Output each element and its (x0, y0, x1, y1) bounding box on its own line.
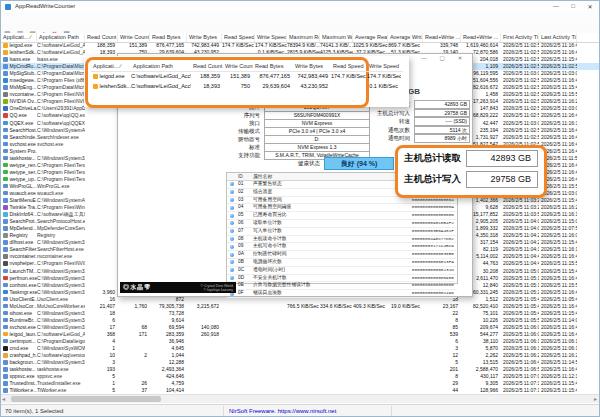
rb-cell: 29,639,604 (253, 81, 293, 91)
smart-attribute-row[interactable]: 04可用备用空间阈值000000000000000A (227, 204, 457, 212)
maxr-cell (287, 373, 320, 380)
app-icon (3, 226, 8, 231)
minimize-button[interactable]: — (549, 3, 563, 9)
smart-attribute-row[interactable]: 08主机读命令计数00000004A8C77D82 (227, 236, 457, 244)
first-cell: 2026/2/5 11:04:31 (501, 246, 539, 253)
table-row[interactable]: svchost.exeC:\Windows\System32\svch...17… (1, 324, 600, 331)
smart-attribute-row[interactable]: 07写入单位计数000000003B8A451F (227, 228, 457, 236)
scroll-right-icon[interactable]: ▸ (594, 395, 597, 403)
column-header-13[interactable]: Read+Write ... (461, 33, 501, 42)
maxw-cell (320, 317, 353, 324)
nirsoft-link[interactable]: NirSoft Freeware. https://www.nirsoft.ne… (229, 408, 336, 414)
column-header-3[interactable]: Write Count (118, 33, 150, 42)
cdi-close-button[interactable]: ✕ (454, 55, 466, 61)
app-icon (3, 177, 8, 182)
smart-raw-cell: 00000000000013FA (403, 259, 457, 266)
column-header-15[interactable]: Last Activity Time (539, 33, 577, 42)
rc-cell (85, 190, 118, 197)
first-cell: 2026/2/5 11:02:55 (501, 98, 539, 105)
table-row[interactable]: RuntimeBr...C:\Windows\System32\Run...69… (1, 317, 600, 324)
snip-column-header-0: Applicati... ∕ (91, 62, 131, 71)
rwb-cell: 2,588,470 (461, 366, 501, 373)
avgr-cell (353, 324, 388, 331)
app-path-cell: C:\Program Files\NVIDIA C... (37, 91, 85, 98)
app-path-cell: C:\Program Files\Windows... (37, 204, 85, 211)
smart-attribute-row[interactable]: 06读取单位计数0000000095C8B4F2 (227, 220, 457, 228)
scroll-left-icon[interactable]: ◂ (2, 395, 5, 403)
first-cell: 2026/2/5 11:04:01 (501, 218, 539, 225)
column-header-7[interactable]: Write Speed (255, 33, 287, 42)
column-header-12[interactable]: Read+Write ... (423, 33, 461, 42)
app-name-cell: backgroun... (1, 359, 37, 366)
rc-cell: 368 (85, 331, 118, 338)
table-row[interactable]: crashpad_h...C:\software\qq\versions\9..… (1, 352, 600, 359)
smart-attribute-row[interactable]: 0C通电时间(小时)000000000000231D (227, 267, 457, 275)
rwb-cell: 209,674 (461, 324, 501, 331)
table-row[interactable]: leigod.exeC:\software\LeiGod_Acc\lei...1… (1, 42, 600, 49)
wc-cell (118, 373, 150, 380)
last-cell: 2026/2/5 11:03:02 (539, 105, 577, 112)
avgr-cell (353, 338, 388, 345)
status-item-count: 70 item(s), 1 Selected (5, 408, 63, 414)
smart-name-cell: 写入单位计数 (253, 228, 403, 235)
table-row[interactable]: leigod_laun...C:\software\LeiGod_Acc\lei… (1, 331, 600, 338)
column-header-1[interactable]: Application Path (37, 33, 85, 42)
rb-cell: 876,477,165 (253, 71, 293, 81)
snip-overlay-window[interactable]: Applicati... ∕Application PathRead Count… (84, 56, 409, 107)
first-cell: 2026/2/5 11:06:40 (501, 359, 539, 366)
column-header-6[interactable]: Read Speed (222, 33, 255, 42)
app-name: leigod.exe (10, 42, 33, 48)
smart-attribute-row[interactable]: 0F错误日志项数0000000000001496 (227, 290, 457, 298)
smart-attribute-row[interactable]: 05已用寿命百分比0000000000000006 (227, 212, 457, 220)
table-row[interactable]: MoUsoCor...MoUsoCoreWorker.exe21,4071,76… (1, 303, 600, 310)
ws-cell (255, 310, 287, 317)
last-cell: 2026/2/5 11:14:03 (539, 317, 577, 324)
close-button[interactable]: ✕ (583, 3, 597, 10)
smart-attribute-row[interactable]: 0E介质与数据完整性错误计数0000000000000000 (227, 282, 457, 290)
app-name: NVIDIA Ov... (10, 98, 38, 104)
app-path-cell: C:\Windows\System32\task... (37, 155, 85, 162)
maxw-cell (320, 310, 353, 317)
rs-cell (222, 366, 255, 373)
rc-cell (85, 120, 118, 127)
smart-attribute-row[interactable]: 0D不安全关机计数0000000000000988 (227, 275, 457, 283)
column-header-5[interactable]: Write Bytes (187, 33, 222, 42)
rwb-cell: 10,226 (461, 317, 501, 324)
horizontal-scrollbar[interactable]: ◂ ▸ (1, 394, 600, 403)
table-row[interactable]: backgroun...C:\Windows\System32\bac...31… (1, 359, 600, 366)
first-cell: 2026/2/5 11:06:51 (501, 366, 539, 373)
rwc-cell: 5 (423, 359, 461, 366)
cdi-maximize-button[interactable]: ▢ (436, 55, 448, 61)
app-icon (3, 50, 8, 55)
table-row[interactable]: sihost.exeC:\Windows\System32\siho...187… (1, 310, 600, 317)
column-header-11[interactable]: Average Writ... (388, 33, 423, 42)
column-header-8[interactable]: Maximum Re... (287, 33, 320, 42)
column-header-2[interactable]: Read Count (85, 33, 118, 42)
smart-attribute-row[interactable]: 0B电源循环次数00000000000013FA (227, 259, 457, 267)
column-header-14[interactable]: First Activity Time (501, 33, 539, 42)
column-header-9[interactable]: Maximum W... (320, 33, 353, 42)
maximize-button[interactable]: □ (566, 3, 580, 9)
table-row[interactable]: TiWorker.e...TiWorker.exe537104,41444128… (1, 387, 600, 394)
column-header-0[interactable]: Applicati... ∕ (1, 33, 37, 42)
table-row[interactable]: certimport...C:\ProgramData\leigod_pe...… (1, 338, 600, 345)
rc-cell: 16 (85, 296, 118, 303)
wb-cell: 3,215,672 (187, 303, 222, 310)
app-path-cell: C:\Windows\SystemApps\... (37, 197, 85, 204)
table-row[interactable]: TrustedInst...TrustedInstaller.exe1264,7… (1, 380, 600, 387)
app-path-cell: C:\ProgramData\Microsof... (37, 63, 85, 70)
column-header-10[interactable]: Average Rea... (353, 33, 388, 42)
table-row[interactable]: cmd.exeC:\Windows\SysWOW64\c...14,64535,… (1, 345, 600, 352)
app-name: crashpad_h... (10, 352, 38, 358)
rb-cell: 12,288 (150, 359, 187, 366)
smart-attribute-row[interactable]: 09主机写命令计数00000003171C4BC9 (227, 243, 457, 251)
smart-attribute-row[interactable]: 0A控制器忙碌时间00000000000036B8 (227, 251, 457, 259)
last-cell: 2026/2/5 11:16:22 (539, 204, 577, 211)
cdi-minimize-button[interactable]: — (418, 55, 430, 61)
column-header-4[interactable]: Read Bytes (150, 33, 187, 42)
app-name-cell: TiWorker.e... (1, 387, 37, 394)
scrollbar-thumb[interactable] (11, 396, 161, 402)
table-row[interactable]: taskhostw...taskhostw.exe1932,493,364201… (1, 366, 600, 373)
table-row[interactable]: sppsvc.exesppsvc.exe5424,6468430,1172026… (1, 373, 600, 380)
last-cell: 2026/2/5 11:15:41 (539, 268, 577, 275)
